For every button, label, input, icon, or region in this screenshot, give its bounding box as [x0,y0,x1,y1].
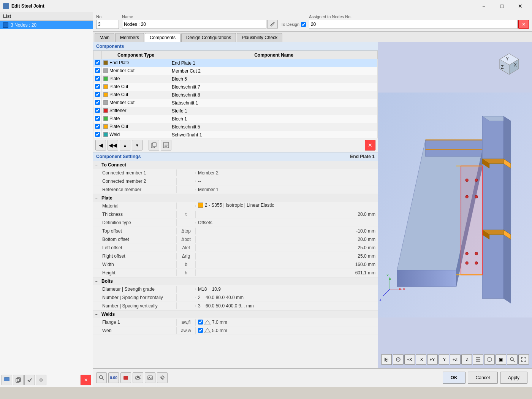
table-row[interactable]: Plate Cut Blechschnitt 7 [93,83,378,91]
bottom-counter-button[interactable]: 0.00 [108,372,119,383]
cancel-button[interactable]: Cancel [468,372,498,384]
svg-rect-56 [476,357,480,358]
flange1-checkbox[interactable] [198,320,203,325]
row-checkbox-cell[interactable] [93,123,102,131]
row-checkbox-cell[interactable] [93,99,102,107]
prop-row-reference: Reference member Member 1 [93,185,378,194]
view3d-expand-button[interactable] [518,354,529,365]
tab-members[interactable]: Members [115,33,144,42]
view3d-select-button[interactable] [381,354,392,365]
list-add-button[interactable] [2,375,12,385]
row-checkbox-cell[interactable] [93,75,102,83]
prop-unit-material [177,205,196,207]
bottom-material-button[interactable] [120,372,131,383]
content-area: List 3 Nodes : 20 ✕ [0,12,532,387]
svg-text:Z: Z [380,298,382,301]
view3d-zplus-button[interactable]: +Z [450,354,461,365]
view3d-xplus-button[interactable]: +X [404,354,415,365]
list-copy-button[interactable] [13,375,24,385]
type-color-dot [103,124,108,129]
list-item-nodes[interactable]: 3 Nodes : 20 [0,21,93,29]
row-checkbox-cell[interactable] [93,59,102,67]
move-left-all-button[interactable]: ◀◀ [108,140,118,150]
row-checkbox-cell[interactable] [93,83,102,91]
row-checkbox[interactable] [95,124,100,129]
export-button[interactable] [161,140,171,150]
bottom-settings2-button[interactable] [157,372,168,383]
row-checkbox[interactable] [95,76,100,81]
delete-component-button[interactable]: ✕ [365,140,375,150]
table-row[interactable]: End Plate End Plate 1 [93,59,378,67]
orientation-cube[interactable]: Y Z X [494,50,524,80]
prop-label-right-offset: Right offset [93,253,177,260]
move-left-button[interactable]: ◀ [95,140,106,150]
prop-label-connected1: Connected member 1 [93,169,177,176]
view3d-yminus-button[interactable]: -Y [439,354,449,365]
tab-design-configurations[interactable]: Design Configurations [181,33,236,42]
minimize-button[interactable]: − [475,0,492,12]
list-check-button[interactable] [24,375,35,385]
list-settings-button[interactable] [36,375,46,385]
row-checkbox[interactable] [95,60,100,65]
tab-main[interactable]: Main [95,33,114,42]
table-row[interactable]: Member Cut Member Cut 2 [93,67,378,75]
bottom-search-button[interactable] [96,372,107,383]
close-button[interactable]: ✕ [511,0,529,12]
view3d-box-button[interactable] [484,354,495,365]
duplicate-button[interactable] [149,140,159,150]
row-checkbox[interactable] [95,68,100,73]
prop-group-bolts: − Bolts Diameter | Strength grade M18 10… [93,277,378,310]
row-checkbox-cell[interactable] [93,115,102,123]
row-checkbox-cell[interactable] [93,131,102,139]
prop-group-header-to-connect[interactable]: − To Connect [93,161,378,169]
assigned-clear-button[interactable]: ✕ [518,20,529,29]
to-design-checkbox[interactable] [301,22,306,27]
prop-group-header-welds[interactable]: − Welds [93,310,378,318]
row-checkbox-cell[interactable] [93,107,102,115]
view3d-zoom-fit-button[interactable] [507,354,518,365]
table-row[interactable]: Member Cut Stabschnitt 1 [93,99,378,107]
table-row[interactable]: Plate Cut Blechschnitt 8 [93,91,378,99]
row-checkbox[interactable] [95,100,100,105]
view3d-xminus-button[interactable]: -X [416,354,426,365]
web-checkbox[interactable] [198,328,203,333]
row-type-cell: Member Cut [102,67,170,75]
prop-unit-connected1 [177,172,196,174]
no-input[interactable] [96,20,119,29]
view3d-render-button[interactable] [393,354,404,365]
row-checkbox[interactable] [95,132,100,137]
prop-label-deftype: Definition type [93,219,177,226]
components-table-wrap[interactable]: Component Type Component Name End Plate [93,51,378,138]
row-checkbox-cell[interactable] [93,67,102,75]
row-checkbox-cell[interactable] [93,91,102,99]
name-input[interactable] [122,20,266,29]
table-row[interactable]: Stiffener Steife 1 [93,107,378,115]
prop-group-header-bolts[interactable]: − Bolts [93,277,378,285]
assigned-input[interactable] [309,20,518,29]
view3d-zminus-button[interactable]: -Z [461,354,472,365]
prop-group-header-plate[interactable]: − Plate [93,194,378,202]
tab-components[interactable]: Components [145,33,180,42]
tab-plausibility-check[interactable]: Plausibility Check [237,33,282,42]
row-checkbox[interactable] [95,108,100,113]
view3d-yplus-button[interactable]: +Y [427,354,438,365]
table-row[interactable]: Weld Schweißnaht 1 [93,131,378,139]
table-row[interactable]: Plate Blech 5 [93,75,378,83]
view3d-layer-button[interactable] [473,354,483,365]
table-row[interactable]: Plate Cut Blechschnitt 5 [93,123,378,131]
row-checkbox[interactable] [95,92,100,97]
maximize-button[interactable]: □ [493,0,511,12]
row-checkbox[interactable] [95,84,100,89]
view3d-wireframe-button[interactable]: ▣ [496,354,506,365]
table-row[interactable]: Plate Blech 1 [93,115,378,123]
move-down-button[interactable]: ▼ [132,140,142,150]
bottom-tag-button[interactable]: A1 [133,372,143,383]
row-type: Plate [109,76,120,81]
name-edit-button[interactable] [267,20,278,29]
ok-button[interactable]: OK [443,372,466,384]
apply-button[interactable]: Apply [500,372,527,384]
move-up-button[interactable]: ▲ [120,140,130,150]
list-delete-button[interactable]: ✕ [81,375,91,385]
bottom-picture-button[interactable] [145,372,155,383]
row-checkbox[interactable] [95,116,100,121]
